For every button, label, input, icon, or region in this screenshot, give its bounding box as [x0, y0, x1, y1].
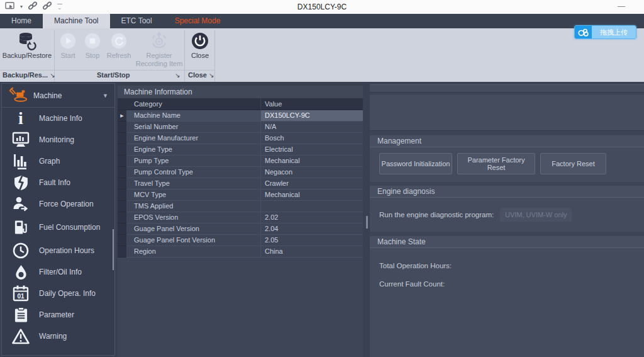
column-header-value[interactable]: Value	[261, 98, 363, 110]
machine-information-panel: Machine Information Category Value ▶ Mac…	[118, 86, 363, 357]
row-select-indicator	[118, 201, 126, 212]
table-row[interactable]: TMS Applied	[118, 201, 363, 212]
cell-category[interactable]: Engine Manufacturer	[126, 133, 261, 144]
cell-category[interactable]: Pump Type	[126, 156, 261, 167]
minimize-button[interactable]: —	[615, 0, 628, 14]
uvim-only-button[interactable]: UVIM, UVIM-W only	[500, 208, 572, 222]
cell-category[interactable]: Travel Type	[126, 178, 261, 190]
password-initialization-button[interactable]: Password Initialization	[379, 153, 452, 174]
header-indicator-cell	[118, 98, 126, 110]
sidebar-item-graph[interactable]: Graph	[2, 150, 114, 172]
cell-category[interactable]: TMS Applied	[126, 201, 261, 212]
table-row[interactable]: Pump Control Type Negacon	[118, 167, 363, 178]
dialog-launcher-icon[interactable]: ↘	[50, 72, 55, 79]
factory-reset-button[interactable]: Factory Reset	[540, 153, 606, 174]
cell-value[interactable]: DX150LCY-9C	[261, 110, 363, 122]
tab-special-mode[interactable]: Special Mode	[164, 14, 232, 28]
close-button[interactable]: Close	[187, 30, 213, 69]
cell-value[interactable]: Mechanical	[261, 156, 363, 167]
refresh-button[interactable]: Refresh	[104, 30, 133, 69]
tab-etc-tool[interactable]: ETC Tool	[110, 14, 164, 28]
cell-value[interactable]: 2.04	[261, 224, 363, 235]
cell-value[interactable]: Crawler	[261, 178, 363, 190]
ribbon: Backup/Restore Start Stop Refresh Regist…	[0, 28, 644, 82]
cell-category[interactable]: Engine Type	[126, 144, 261, 156]
sidebar-item-operation-hours[interactable]: Operation Hours	[2, 240, 114, 261]
cell-value[interactable]: N/A	[261, 122, 363, 133]
sidebar: Machine ▼ i Machine Info Monitoring Grap…	[1, 83, 115, 356]
sidebar-item-parameter[interactable]: Parameter	[2, 304, 114, 326]
tab-home[interactable]: Home	[0, 14, 43, 28]
sidebar-item-force-operation[interactable]: Force Operation	[2, 193, 114, 215]
database-restore-icon	[18, 30, 36, 52]
cell-category[interactable]: Guage Panel Version	[126, 224, 261, 235]
cell-category[interactable]: Region	[126, 246, 261, 258]
cell-category[interactable]: Pump Control Type	[126, 167, 261, 178]
start-button[interactable]: Start	[57, 30, 79, 69]
upload-button-label: 拖拽上传	[592, 26, 636, 38]
management-section-body: Password Initialization Parameter Factor…	[370, 147, 644, 182]
row-select-indicator	[118, 190, 126, 201]
excavator-icon	[8, 86, 28, 105]
sidebar-item-fault-info[interactable]: Fault Info	[2, 172, 114, 193]
sidebar-item-machine-info[interactable]: i Machine Info	[2, 108, 114, 129]
column-header-category[interactable]: Category	[126, 98, 261, 110]
backup-restore-button[interactable]: Backup/Restore	[1, 30, 53, 69]
table-row[interactable]: ▶ Machine Name DX150LCY-9C	[118, 110, 363, 122]
info-icon: i	[10, 110, 31, 127]
ribbon-tabs: Home Machine Tool ETC Tool Special Mode	[0, 14, 644, 28]
row-select-indicator	[118, 156, 126, 167]
cell-category[interactable]: Machine Name	[126, 110, 261, 122]
person-arrow-icon	[10, 196, 31, 212]
clock-icon	[10, 242, 31, 259]
cell-value[interactable]: Electrical	[261, 144, 363, 156]
group-label-backup: Backup/Res... ↘	[3, 71, 55, 79]
empty-strip	[370, 84, 644, 93]
dialog-launcher-icon[interactable]: ↘	[209, 72, 214, 79]
cell-value[interactable]: Bosch	[261, 133, 363, 144]
cell-category[interactable]: MCV Type	[126, 190, 261, 201]
cell-value[interactable]: 2.02	[261, 212, 363, 224]
table-row[interactable]: Guage Panel Version 2.04	[118, 224, 363, 235]
table-row[interactable]: Engine Type Electrical	[118, 144, 363, 156]
row-select-indicator	[118, 144, 126, 156]
sidebar-item-warning[interactable]: Warning	[2, 326, 114, 347]
table-row[interactable]: Pump Type Mechanical	[118, 156, 363, 167]
window-title: DX150LCY-9C	[0, 0, 644, 14]
sidebar-item-monitoring[interactable]: Monitoring	[2, 129, 114, 150]
sidebar-scrollbar-thumb[interactable]	[113, 229, 114, 270]
table-row[interactable]: MCV Type Mechanical	[118, 190, 363, 201]
panel-scrollbar-thumb[interactable]	[366, 216, 368, 229]
dialog-launcher-icon[interactable]: ↘	[175, 71, 180, 79]
cell-category[interactable]: Guage Panel Font Version	[126, 235, 261, 246]
table-row[interactable]: Region China	[118, 246, 363, 258]
cell-value[interactable]: Negacon	[261, 167, 363, 178]
stop-button[interactable]: Stop	[80, 30, 104, 69]
cell-category[interactable]: EPOS Version	[126, 212, 261, 224]
table-row[interactable]: Engine Manufacturer Bosch	[118, 133, 363, 144]
sidebar-item-fuel-consumption[interactable]: Fuel Consumption	[2, 215, 114, 240]
row-select-indicator	[118, 246, 126, 258]
cell-value[interactable]	[261, 201, 363, 212]
management-section-header: Management	[370, 135, 644, 147]
netdisk-icon	[575, 26, 592, 38]
parameter-factory-reset-button[interactable]: Parameter Factory Reset	[457, 153, 535, 174]
row-select-indicator	[118, 133, 126, 144]
sidebar-item-filter-oil-info[interactable]: Filter/Oil Info	[2, 261, 114, 283]
row-select-indicator	[118, 178, 126, 190]
cell-value[interactable]: Mechanical	[261, 190, 363, 201]
cell-value[interactable]: 2.05	[261, 235, 363, 246]
table-row[interactable]: Serial Number N/A	[118, 122, 363, 133]
cell-value[interactable]: China	[261, 246, 363, 258]
sidebar-item-daily-opera-info[interactable]: 01 Daily Opera. Info	[2, 283, 114, 304]
cell-category[interactable]: Serial Number	[126, 122, 261, 133]
table-row[interactable]: EPOS Version 2.02	[118, 212, 363, 224]
bar-chart-icon	[10, 153, 31, 169]
drag-upload-button[interactable]: 拖拽上传	[574, 25, 636, 39]
table-row[interactable]: Travel Type Crawler	[118, 178, 363, 190]
sidebar-machine-dropdown[interactable]: Machine ▼	[2, 84, 114, 108]
register-recording-item-button[interactable]: Register Recording Item	[135, 30, 184, 69]
sidebar-header-label: Machine	[33, 91, 103, 100]
table-row[interactable]: Guage Panel Font Version 2.05	[118, 235, 363, 246]
tab-machine-tool[interactable]: Machine Tool	[43, 14, 110, 28]
